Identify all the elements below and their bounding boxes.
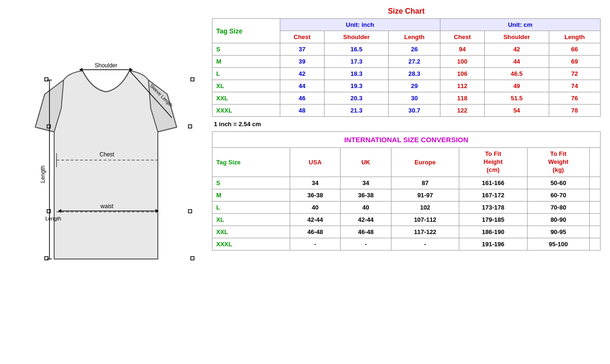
tag-size-header: Tag Size (212, 19, 280, 43)
tag-size-cell: XL (212, 80, 280, 92)
inch-chest-cell: 39 (280, 56, 324, 68)
intl-usa-cell: 40 (290, 201, 341, 213)
inch-length-cell: 26 (389, 43, 440, 56)
intl-weight-cell: 70-80 (527, 201, 590, 213)
intl-uk-cell: 34 (341, 177, 391, 189)
intl-empty-cell (590, 201, 601, 213)
intl-height-cell: 167-172 (459, 189, 527, 201)
svg-text:Chest: Chest (99, 151, 114, 158)
intl-weight-cell: 80-90 (527, 213, 590, 226)
list-item: XXXL - - - 191-196 95-100 (212, 238, 601, 250)
intl-usa-cell: - (290, 238, 341, 250)
intl-weight-cell: 90-95 (527, 226, 590, 238)
intl-weight-cell: 60-70 (527, 189, 590, 201)
table-row: L 42 18.3 28.3 106 46.5 72 (212, 68, 601, 80)
inch-length-cell: 29 (389, 80, 440, 92)
inch-shoulder-cell: 19.3 (324, 80, 389, 92)
inch-chest-cell: 44 (280, 80, 324, 92)
inch-chest-cell: 42 (280, 68, 324, 80)
intl-uk-cell: 40 (341, 201, 391, 213)
svg-rect-21 (191, 257, 194, 260)
tag-size-cell: XXL (212, 92, 280, 105)
svg-rect-18 (188, 125, 192, 128)
intl-usa-cell: 46-48 (290, 226, 341, 238)
svg-rect-16 (45, 78, 48, 81)
intl-empty-cell (590, 226, 601, 238)
intl-weight-cell: 95-100 (527, 238, 590, 250)
intl-empty-col (590, 148, 601, 177)
cm-length-cell: 69 (549, 56, 600, 68)
cm-chest-cell: 122 (440, 105, 484, 117)
inch-shoulder-cell: 16.5 (324, 43, 389, 56)
cm-shoulder-cell: 44 (485, 56, 549, 68)
tag-size-cell: M (212, 56, 280, 68)
intl-empty-cell (590, 189, 601, 201)
intl-uk-cell: 36-38 (341, 189, 391, 201)
cm-shoulder-cell: 46.5 (485, 68, 549, 80)
svg-text:Shoulder: Shoulder (95, 62, 117, 69)
intl-conversion-table: Tag Size USA UK Europe To FitHeight(cm) … (212, 147, 601, 251)
size-chart-table: Tag Size Unit: inch Unit: cm Chest Shoul… (212, 18, 601, 117)
cm-chest-cell: 94 (440, 43, 484, 56)
intl-europe-cell: 117-122 (391, 226, 459, 238)
intl-europe-cell: 91-97 (391, 189, 459, 201)
inch-chest-cell: 46 (280, 92, 324, 105)
intl-header-uk: UK (341, 148, 391, 177)
cm-length-cell: 74 (549, 80, 600, 92)
cm-chest-cell: 118 (440, 92, 484, 105)
cm-length-cell: 66 (549, 43, 600, 56)
intl-header-europe: Europe (391, 148, 459, 177)
intl-height-cell: 191-196 (459, 238, 527, 250)
intl-height-cell: 179-185 (459, 213, 527, 226)
intl-tag-cell: L (212, 201, 290, 213)
list-item: S 34 34 87 161-166 50-60 (212, 177, 601, 189)
svg-text:Length: Length (40, 166, 46, 183)
intl-header-weight: To FitWeight(kg) (527, 148, 590, 177)
intl-header-height: To FitHeight(cm) (459, 148, 527, 177)
table-row: XL 44 19.3 29 112 49 74 (212, 80, 601, 92)
intl-europe-cell: 102 (391, 201, 459, 213)
cm-length-cell: 76 (549, 92, 600, 105)
intl-empty-cell (590, 238, 601, 250)
table-row: S 37 16.5 26 94 42 66 (212, 43, 601, 56)
inch-shoulder-cell: 20.3 (324, 92, 389, 105)
intl-empty-cell (590, 213, 601, 226)
list-item: XXL 46-48 46-48 117-122 186-190 90-95 (212, 226, 601, 238)
header-inch-length: Length (389, 31, 440, 43)
list-item: L 40 40 102 173-178 70-80 (212, 201, 601, 213)
inch-shoulder-cell: 18.3 (324, 68, 389, 80)
intl-usa-cell: 42-44 (290, 213, 341, 226)
cm-chest-cell: 112 (440, 80, 484, 92)
tshirt-diagram: Shoulder Chest Length Length Sleeve Leng… (16, 33, 195, 306)
intl-uk-cell: 42-44 (341, 213, 391, 226)
intl-tag-size-header: Tag Size (212, 148, 290, 177)
inch-chest-cell: 37 (280, 43, 324, 56)
table-row: XXL 46 20.3 30 118 51.5 76 (212, 92, 601, 105)
intl-weight-cell: 50-60 (527, 177, 590, 189)
unit-inch-header: Unit: inch (280, 19, 440, 31)
cm-shoulder-cell: 49 (485, 80, 549, 92)
inch-length-cell: 27.2 (389, 56, 440, 68)
inch-shoulder-cell: 17.3 (324, 56, 389, 68)
intl-europe-cell: 87 (391, 177, 459, 189)
left-panel: Shoulder Chest Length Length Sleeve Leng… (5, 5, 207, 334)
intl-usa-cell: 34 (290, 177, 341, 189)
svg-text:Length: Length (45, 216, 61, 221)
cm-shoulder-cell: 54 (485, 105, 549, 117)
svg-rect-15 (47, 210, 50, 213)
tag-size-cell: XXXL (212, 105, 280, 117)
svg-text:waist: waist (100, 203, 114, 210)
intl-uk-cell: 46-48 (341, 226, 391, 238)
svg-rect-20 (191, 78, 194, 81)
intl-height-cell: 173-178 (459, 201, 527, 213)
cm-shoulder-cell: 51.5 (485, 92, 549, 105)
intl-header-usa: USA (290, 148, 341, 177)
intl-europe-cell: - (391, 238, 459, 250)
intl-uk-cell: - (341, 238, 391, 250)
intl-height-cell: 161-166 (459, 177, 527, 189)
intl-height-cell: 186-190 (459, 226, 527, 238)
cm-length-cell: 72 (549, 68, 600, 80)
intl-tag-cell: XXL (212, 226, 290, 238)
inch-length-cell: 28.3 (389, 68, 440, 80)
cm-chest-cell: 106 (440, 68, 484, 80)
